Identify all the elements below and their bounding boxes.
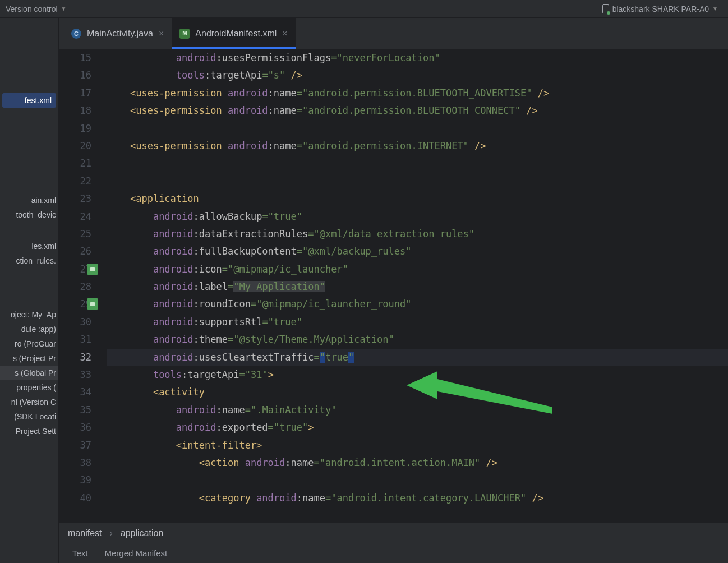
sidebar-item[interactable]: properties ( <box>0 380 58 395</box>
editor-area: CMainActivity.java×MAndroidManifest.xml×… <box>59 18 728 563</box>
code-line[interactable]: android:usesCleartextTraffic="true" <box>107 349 728 366</box>
sidebar-item[interactable]: nl (Version C <box>0 395 58 409</box>
device-icon <box>602 4 609 13</box>
editor-bottom-tabs: TextMerged Manifest <box>59 543 728 563</box>
code-line[interactable]: tools:targetApi="s" /> <box>107 67 728 84</box>
sidebar-item[interactable]: les.xml <box>0 239 58 253</box>
code-line[interactable]: android:icon="@mipmap/ic_launcher" <box>107 261 728 278</box>
chevron-down-icon: ▼ <box>712 6 718 12</box>
code-line[interactable] <box>107 472 728 489</box>
gutter[interactable]: 1516171819202122232425262728293031323334… <box>59 49 103 523</box>
sidebar-item[interactable]: s (Global Pr <box>0 366 58 380</box>
code-line[interactable] <box>107 173 728 190</box>
sidebar-item[interactable] <box>0 302 58 307</box>
code-line[interactable]: <uses-permission android:name="android.p… <box>107 137 728 155</box>
code-line[interactable]: <intent-filter> <box>107 437 728 454</box>
sidebar-item[interactable]: dule :app) <box>0 322 58 336</box>
bottom-tab[interactable]: Text <box>72 548 88 558</box>
close-icon[interactable]: × <box>159 29 164 39</box>
sidebar-item[interactable]: ction_rules. <box>0 253 58 268</box>
sidebar-item[interactable]: ro (ProGuar <box>0 336 58 351</box>
breadcrumb[interactable]: manifest›application <box>59 523 728 543</box>
sidebar-item[interactable]: (SDK Locati <box>0 409 58 424</box>
code-line[interactable]: android:dataExtractionRules="@xml/data_e… <box>107 225 728 243</box>
chevron-right-icon: › <box>109 528 112 538</box>
editor-tab[interactable]: CMainActivity.java× <box>63 18 172 49</box>
sidebar-item[interactable]: ain.xml <box>0 193 58 207</box>
topbar-left: Version control ▼ <box>6 4 67 13</box>
project-sidebar[interactable]: fest.xml ain.xmltooth_devicles.xmlction_… <box>0 18 59 563</box>
code-line[interactable] <box>107 120 728 137</box>
sidebar-item[interactable]: tooth_devic <box>0 207 58 222</box>
breadcrumb-item[interactable]: application <box>121 528 164 538</box>
sidebar-item[interactable]: oject: My_Ap <box>0 307 58 322</box>
tab-label: AndroidManifest.xml <box>195 29 277 39</box>
android-icon[interactable] <box>87 264 98 275</box>
sidebar-item[interactable]: Project Sett <box>0 424 58 439</box>
code-line[interactable]: android:allowBackup="true" <box>107 208 728 225</box>
editor-tabs: CMainActivity.java×MAndroidManifest.xml× <box>59 18 728 49</box>
tab-label: MainActivity.java <box>87 29 153 39</box>
code-line[interactable]: android:exported="true"> <box>107 419 728 436</box>
chevron-down-icon: ▼ <box>61 6 67 12</box>
code-line[interactable]: <activity <box>107 384 728 401</box>
code-editor[interactable]: 1516171819202122232425262728293031323334… <box>59 49 728 523</box>
code-line[interactable]: android:usesPermissionFlags="neverForLoc… <box>107 49 728 67</box>
device-selector[interactable]: blackshark SHARK PAR-A0 ▼ <box>602 4 722 13</box>
editor-tab[interactable]: MAndroidManifest.xml× <box>172 18 295 49</box>
manifest-file-icon: M <box>179 29 190 39</box>
close-icon[interactable]: × <box>282 29 287 39</box>
code-line[interactable]: android:fullBackupContent="@xml/backup_r… <box>107 243 728 260</box>
code-line[interactable] <box>107 155 728 172</box>
code-line[interactable]: <uses-permission android:name="android.p… <box>107 102 728 119</box>
code-line[interactable]: tools:targetApi="31"> <box>107 366 728 384</box>
code-line[interactable]: android:roundIcon="@mipmap/ic_launcher_r… <box>107 296 728 313</box>
code-line[interactable]: <uses-permission android:name="android.p… <box>107 85 728 102</box>
version-control-menu[interactable]: Version control <box>6 4 58 13</box>
code-line[interactable]: android:theme="@style/Theme.MyApplicatio… <box>107 331 728 348</box>
code-line[interactable]: <application <box>107 190 728 207</box>
main: fest.xml ain.xmltooth_devicles.xmlction_… <box>0 18 728 563</box>
code-line[interactable]: <action android:name="android.intent.act… <box>107 454 728 472</box>
java-file-icon: C <box>71 29 81 39</box>
code-line[interactable]: android:supportsRtl="true" <box>107 313 728 331</box>
code-content[interactable]: android:usesPermissionFlags="neverForLoc… <box>103 49 728 523</box>
breadcrumb-item[interactable]: manifest <box>68 528 102 538</box>
device-label: blackshark SHARK PAR-A0 <box>612 4 709 13</box>
topbar: Version control ▼ blackshark SHARK PAR-A… <box>0 0 728 18</box>
sidebar-item[interactable]: s (Project Pr <box>0 351 58 366</box>
android-icon[interactable] <box>87 298 98 310</box>
code-line[interactable]: <category android:name="android.intent.c… <box>107 490 728 507</box>
bottom-tab[interactable]: Merged Manifest <box>105 548 168 558</box>
sidebar-item[interactable]: fest.xml <box>2 93 56 108</box>
code-line[interactable]: android:name=".MainActivity" <box>107 402 728 419</box>
code-line[interactable]: android:label="My Application" <box>107 278 728 296</box>
